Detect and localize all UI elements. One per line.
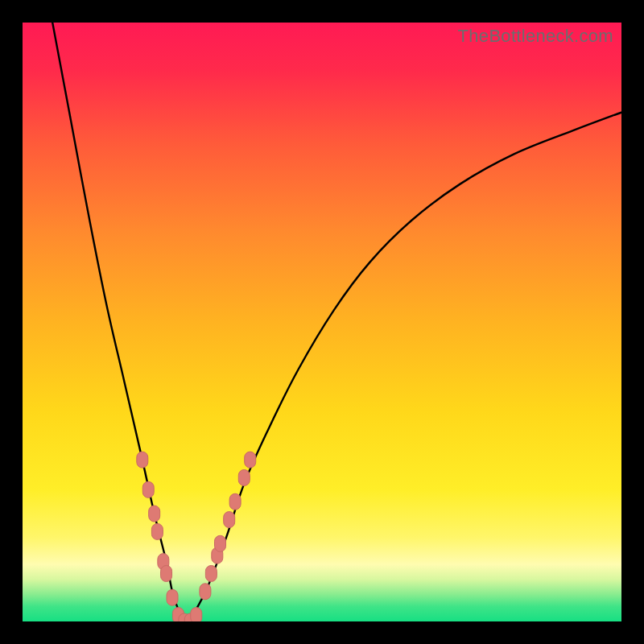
gradient-background [23,23,621,621]
plot-area: TheBottleneck.com [23,23,621,621]
chart-frame: TheBottleneck.com [0,0,644,644]
svg-rect-0 [23,23,621,621]
watermark-text: TheBottleneck.com [458,26,613,47]
